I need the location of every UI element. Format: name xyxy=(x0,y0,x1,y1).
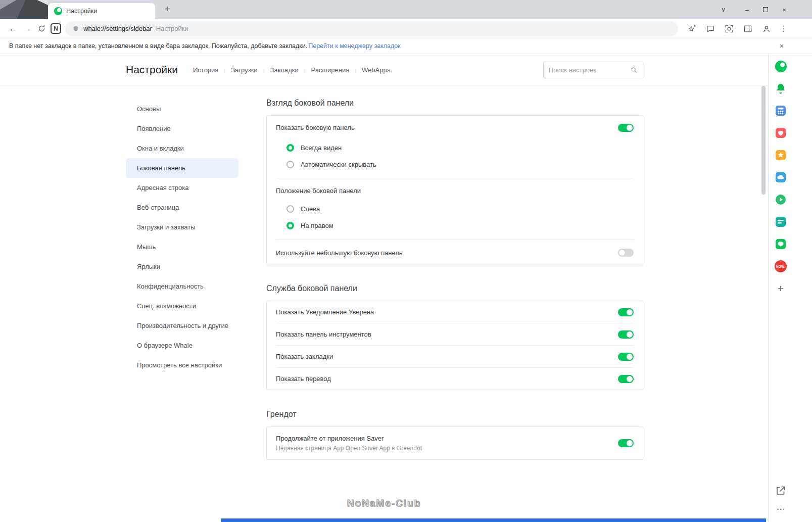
star-app-icon[interactable] xyxy=(775,149,787,161)
always-visible-row: Всегда виден xyxy=(267,139,643,156)
sidebar-item-basics[interactable]: Основы xyxy=(126,99,238,119)
whale-favicon-icon xyxy=(54,7,62,15)
settings-side-nav: Основы Появление Окна и вкладки Боковая … xyxy=(126,99,238,375)
sidebar-item-shortcuts[interactable]: Ярлыки xyxy=(126,257,238,276)
notification-toggle[interactable] xyxy=(618,308,634,316)
show-sidebar-label: Показать боковую панель xyxy=(276,124,355,131)
service-row-label: Показать закладки xyxy=(276,353,333,360)
now-app-icon[interactable]: NOW. xyxy=(775,260,787,272)
position-right-radio[interactable] xyxy=(286,222,294,229)
sidebar-item-sidebar[interactable]: Боковая панель xyxy=(126,158,238,178)
sidebar-item-address-bar[interactable]: Адресная строка xyxy=(126,178,238,198)
sidebar-item-windows-tabs[interactable]: Окна и вкладки xyxy=(126,138,238,158)
sidebar-item-webpage[interactable]: Веб-страница xyxy=(126,198,238,217)
tab-strip: Настройки + ∨ – × xyxy=(0,0,812,19)
scrollbar-thumb[interactable] xyxy=(761,86,766,195)
service-row-bookmarks: Показать закладки xyxy=(267,346,643,367)
favorites-app-icon[interactable] xyxy=(775,127,787,139)
maximize-button[interactable] xyxy=(762,6,769,14)
bookmarks-toggle[interactable] xyxy=(618,353,634,361)
small-sidebar-toggle[interactable] xyxy=(618,249,634,257)
add-app-button[interactable]: + xyxy=(775,282,787,295)
show-sidebar-toggle[interactable] xyxy=(618,124,634,132)
calculator-app-icon[interactable] xyxy=(775,105,787,117)
window-controls: – × xyxy=(743,0,788,19)
sidebar-item-about[interactable]: О браузере Whale xyxy=(126,336,238,355)
section-title-service: Служба боковой панели xyxy=(266,284,643,293)
position-left-label: Слева xyxy=(301,205,320,213)
sidebar-item-accessibility[interactable]: Спец. возможности xyxy=(126,296,238,316)
active-tab[interactable]: Настройки xyxy=(48,3,155,19)
tab-title: Настройки xyxy=(66,8,97,15)
browser-menu-button[interactable]: ⋮ xyxy=(780,24,788,33)
calculator-icon xyxy=(775,105,787,117)
tab-list-chevron-icon[interactable]: ∨ xyxy=(721,0,726,19)
greendot-toggle[interactable] xyxy=(618,439,634,447)
external-link-icon xyxy=(775,485,787,497)
theme-corner-image xyxy=(0,0,48,19)
naver-n-button[interactable]: N xyxy=(51,23,61,34)
star-sparkle-icon xyxy=(687,24,697,34)
minimize-button[interactable]: – xyxy=(743,6,750,14)
site-shield-icon xyxy=(72,25,79,32)
cloud-app-icon[interactable] xyxy=(775,171,787,183)
service-row-translate: Показать перевод xyxy=(267,368,643,390)
back-button[interactable]: ← xyxy=(6,22,20,36)
open-external-button[interactable] xyxy=(775,485,787,497)
play-icon xyxy=(775,194,787,206)
header-link-downloads[interactable]: Загрузки xyxy=(218,66,257,74)
sidebar-item-all-settings[interactable]: Просмотреть все настройки xyxy=(126,355,238,375)
strip-more-button[interactable]: ⋯ xyxy=(775,503,787,515)
sidebar-item-performance[interactable]: Производительность и другие xyxy=(126,316,238,336)
sidebar-item-appearance[interactable]: Появление xyxy=(126,119,238,138)
section-title-greendot: Грендот xyxy=(266,410,643,419)
profile-button[interactable] xyxy=(761,23,772,34)
bookmark-bar: В папке нет закладок в папке, установлен… xyxy=(0,38,812,54)
small-sidebar-label: Используйте небольшую боковую панель xyxy=(276,249,403,257)
person-icon xyxy=(761,24,772,34)
url-page-title: Настройки xyxy=(156,25,188,32)
sidebar-service-card: Показать Уведомление Уверена Показать па… xyxy=(266,301,643,390)
webtour-app-icon[interactable] xyxy=(775,216,787,228)
header-link-history[interactable]: История xyxy=(193,66,218,74)
position-left-radio[interactable] xyxy=(286,205,294,213)
bell-icon[interactable] xyxy=(775,82,787,94)
url-text: whale://settings/sidebar xyxy=(83,25,152,32)
chat-button[interactable] xyxy=(705,23,716,34)
whale-logo-icon xyxy=(775,61,787,72)
sidebar-appearance-card: Показать боковую панель Всегда виден Авт… xyxy=(266,115,643,264)
capture-button[interactable] xyxy=(724,23,735,34)
divider xyxy=(276,239,634,240)
close-window-button[interactable]: × xyxy=(781,6,788,14)
bookmark-star-button[interactable] xyxy=(686,23,697,34)
new-tab-button[interactable]: + xyxy=(162,4,173,15)
settings-page: Настройки История Загрузки Закладки Расш… xyxy=(0,54,768,522)
sidebar-item-mouse[interactable]: Мышь xyxy=(126,237,238,257)
address-bar[interactable]: whale://settings/sidebar Настройки xyxy=(65,21,678,36)
toolbar-toggle[interactable] xyxy=(618,330,634,339)
webtour-icon xyxy=(775,216,787,228)
position-right-label: На правом xyxy=(301,222,333,229)
show-sidebar-row: Показать боковую панель xyxy=(267,116,643,139)
always-visible-radio[interactable] xyxy=(286,144,294,152)
reload-button[interactable] xyxy=(34,22,49,36)
bell-glyph-icon xyxy=(775,82,787,94)
bottom-blue-bar xyxy=(221,518,766,522)
sidebar-item-privacy[interactable]: Конфиденциальность xyxy=(126,276,238,296)
service-row-toolbar: Показать панель инструментов xyxy=(267,323,643,345)
bookmark-manager-link[interactable]: Перейти к менеджеру закладок xyxy=(308,42,400,50)
page-scrollbar[interactable] xyxy=(761,54,766,522)
forward-button[interactable]: → xyxy=(20,22,34,36)
sidebar-item-downloads[interactable]: Загрузки и захваты xyxy=(126,217,238,237)
messenger-app-icon[interactable] xyxy=(775,238,787,250)
capture-icon xyxy=(724,24,734,34)
play-app-icon[interactable] xyxy=(775,194,787,206)
auto-hide-radio[interactable] xyxy=(286,161,294,168)
reload-icon xyxy=(37,24,46,33)
auto-hide-row: Автоматически скрывать xyxy=(267,156,643,173)
position-left-row: Слева xyxy=(267,201,643,217)
whale-home-icon[interactable] xyxy=(775,60,787,72)
sidebar-toggle-button[interactable] xyxy=(742,23,753,34)
bookmark-bar-close-icon[interactable]: × xyxy=(780,42,784,50)
translate-toggle[interactable] xyxy=(618,375,634,383)
